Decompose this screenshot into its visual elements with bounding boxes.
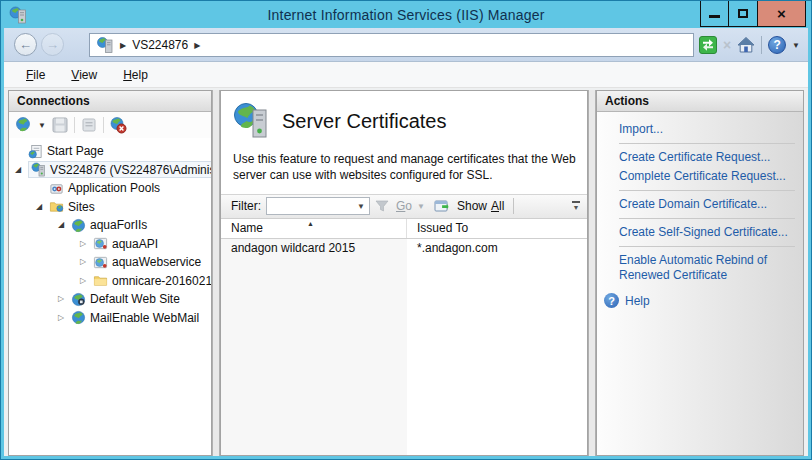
help-label: Help xyxy=(625,294,650,308)
right-splitter[interactable] xyxy=(588,90,596,456)
create-connection-icon[interactable] xyxy=(15,116,33,134)
iis-manager-window: Internet Information Services (IIS) Mana… xyxy=(0,0,812,460)
web-application-icon xyxy=(93,236,108,251)
minimize-button[interactable] xyxy=(700,1,729,27)
selected-node[interactable]: VS224876 (VS224876\Administ xyxy=(28,161,211,178)
site-globe-icon xyxy=(71,218,86,233)
breadcrumb-separator-icon: ▶ xyxy=(194,41,200,50)
actions-panel: Actions Import... Create Certificate Req… xyxy=(596,90,804,456)
show-all-label-2: All xyxy=(491,199,504,213)
maximize-button[interactable] xyxy=(729,1,758,27)
help-dropdown-icon[interactable]: ▼ xyxy=(792,41,800,50)
toolbar-overflow-button[interactable]: ▼ xyxy=(569,201,583,211)
start-page-icon xyxy=(28,144,43,159)
create-connection-dropdown-icon[interactable]: ▼ xyxy=(38,121,46,130)
action-import[interactable]: Import... xyxy=(619,120,797,139)
expander-icon[interactable] xyxy=(55,295,67,303)
actions-divider xyxy=(619,143,795,144)
maximize-icon xyxy=(738,9,748,18)
actions-divider xyxy=(619,246,795,247)
window-controls: × xyxy=(700,1,806,28)
feature-panel: Server Certificates Use this feature to … xyxy=(220,90,588,456)
stop-icon[interactable]: × xyxy=(723,37,731,53)
refresh-icon[interactable] xyxy=(699,36,717,54)
tree-item-mailenable-webmail[interactable]: MailEnable WebMail xyxy=(9,309,211,328)
home-icon[interactable] xyxy=(737,36,755,54)
menu-view[interactable]: View xyxy=(59,65,109,85)
expander-icon[interactable] xyxy=(12,166,24,174)
menu-file[interactable]: File xyxy=(14,65,57,85)
help-icon[interactable]: ? xyxy=(768,36,786,54)
address-bar: ← → ▶ VS224876 ▶ xyxy=(4,28,808,62)
window-title: Internet Information Services (IIS) Mana… xyxy=(1,7,811,23)
forward-button[interactable]: → xyxy=(41,33,64,56)
expander-icon[interactable] xyxy=(77,258,89,266)
expander-icon[interactable] xyxy=(55,221,67,229)
left-splitter[interactable] xyxy=(212,90,220,456)
tree-item-start-page[interactable]: Start Page xyxy=(9,142,211,161)
overflow-bar-icon xyxy=(572,201,580,203)
feature-header: Server Certificates xyxy=(221,91,587,142)
back-button[interactable]: ← xyxy=(14,33,37,56)
menu-help[interactable]: Help xyxy=(111,65,160,85)
tree-item-label: aquaWebservice xyxy=(112,255,201,269)
tree-item-aquaforiis[interactable]: aquaForIIs xyxy=(9,216,211,235)
connections-tree: Start Page xyxy=(9,138,211,455)
tree-item-label: Application Pools xyxy=(68,181,160,195)
save-connection-icon[interactable] xyxy=(51,116,69,134)
action-create-self-signed-certificate[interactable]: Create Self-Signed Certificate... xyxy=(619,223,797,242)
show-all-button[interactable]: Show All xyxy=(457,199,504,213)
tree-item-server[interactable]: VS224876 (VS224876\Administ xyxy=(9,161,211,180)
tree-item-omnicare-folder[interactable]: omnicare-20160219 xyxy=(9,272,211,291)
window-body: ← → ▶ VS224876 ▶ xyxy=(4,28,808,456)
delete-connection-icon[interactable] xyxy=(109,116,127,134)
title-bar: Internet Information Services (IIS) Mana… xyxy=(1,1,811,28)
toolbar-separator xyxy=(761,36,762,54)
close-button[interactable]: × xyxy=(758,1,806,27)
site-stopped-icon xyxy=(71,292,86,307)
tree-item-default-web-site[interactable]: Default Web Site xyxy=(9,290,211,309)
certificate-issued-to: *.andagon.com xyxy=(407,241,587,255)
tree-item-label: VS224876 (VS224876\Administ xyxy=(50,163,211,177)
go-button[interactable]: Go xyxy=(396,199,412,213)
folder-icon xyxy=(93,273,108,288)
breadcrumb-server[interactable]: VS224876 xyxy=(132,38,188,52)
tree-item-label: Sites xyxy=(68,200,95,214)
expander-icon[interactable] xyxy=(77,240,89,248)
tree-item-label: omnicare-20160219 xyxy=(112,274,211,288)
action-help[interactable]: ? Help xyxy=(603,293,797,308)
sites-folder-icon xyxy=(49,199,64,214)
combo-dropdown-icon[interactable]: ▼ xyxy=(357,202,365,211)
sorted-column-shade xyxy=(221,239,407,455)
filter-input[interactable]: ▼ xyxy=(266,197,370,215)
filter-label: Filter: xyxy=(231,199,261,213)
connections-toolbar: ▼ xyxy=(9,112,211,138)
breadcrumb-separator-icon: ▶ xyxy=(120,41,126,50)
column-header-issued-to[interactable]: Issued To xyxy=(407,219,587,238)
expander-icon[interactable] xyxy=(77,277,89,285)
column-header-name[interactable]: Name ▲ xyxy=(221,219,407,238)
tree-item-application-pools[interactable]: Application Pools xyxy=(9,179,211,198)
action-enable-automatic-rebind[interactable]: Enable Automatic Rebind of Renewed Certi… xyxy=(619,251,797,285)
tree-item-label: Start Page xyxy=(47,144,104,158)
action-complete-certificate-request[interactable]: Complete Certificate Request... xyxy=(619,167,797,186)
expander-icon[interactable] xyxy=(33,203,45,211)
tree-item-aquawebservice[interactable]: aquaWebservice xyxy=(9,253,211,272)
filter-toolbar: Filter: ▼ Go ▼ Show xyxy=(221,194,587,219)
column-issued-to-label: Issued To xyxy=(417,221,468,235)
expander-icon[interactable] xyxy=(55,314,67,322)
tree-item-label: aquaAPI xyxy=(112,237,158,251)
breadcrumb[interactable]: ▶ VS224876 ▶ xyxy=(89,33,694,57)
tree-item-aquaapi[interactable]: aquaAPI xyxy=(9,235,211,254)
connections-header: Connections xyxy=(9,91,211,112)
show-all-label-1: Show xyxy=(457,199,487,213)
sort-ascending-icon: ▲ xyxy=(307,220,314,227)
go-dropdown-icon[interactable]: ▼ xyxy=(417,202,425,211)
action-create-domain-certificate[interactable]: Create Domain Certificate... xyxy=(619,195,797,214)
certificate-row[interactable]: andagon wildcard 2015 *.andagon.com xyxy=(221,239,587,258)
tree-item-sites[interactable]: Sites xyxy=(9,198,211,217)
up-level-icon[interactable] xyxy=(80,116,98,134)
action-create-certificate-request[interactable]: Create Certificate Request... xyxy=(619,148,797,167)
certificate-name: andagon wildcard 2015 xyxy=(221,241,407,255)
toolbar-separator xyxy=(513,198,514,214)
